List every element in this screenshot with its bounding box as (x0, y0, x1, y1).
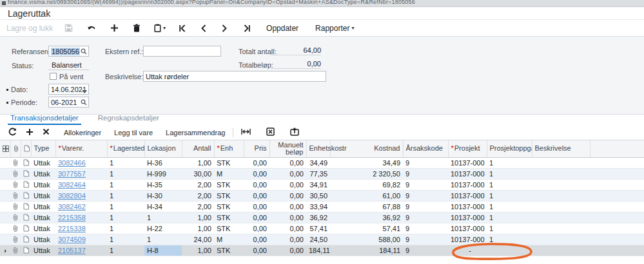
table-row[interactable]: ›Uttak21051371H-81,00STK0,000,00184,1118… (0, 245, 644, 256)
cell-enhetskost[interactable]: 77,35 (306, 168, 330, 179)
note-icon[interactable] (23, 159, 28, 166)
cell-enh[interactable]: STK (214, 157, 244, 168)
cell-filler[interactable] (590, 168, 644, 179)
cell-enhetskost[interactable]: 33,94 (306, 201, 330, 212)
cell-arsakskode[interactable]: 9 (403, 157, 448, 168)
cell-prosjekt[interactable]: 10137-000 (448, 190, 487, 201)
cell-varenr[interactable]: 3082804 (55, 190, 107, 201)
cell-filler[interactable] (590, 223, 644, 234)
cell-kostnad[interactable]: 61,00 (330, 190, 403, 201)
note-icon[interactable] (23, 225, 28, 232)
cell-attach[interactable] (10, 179, 21, 190)
cell-arsakskode[interactable]: 9 (403, 245, 448, 256)
cell-enhetskost[interactable]: 34,91 (306, 179, 330, 190)
cell-arsakskode[interactable]: 9 (403, 201, 448, 212)
cell-kostnad[interactable]: 36,92 (330, 212, 403, 223)
cell-kostnad[interactable]: 588,00 (330, 234, 403, 245)
cell-kostnad[interactable]: 67,88 (330, 201, 403, 212)
column-header-enh[interactable]: *Enh (214, 140, 244, 157)
cell-type[interactable]: Uttak (31, 234, 55, 245)
cell-prosjektoppgave[interactable] (487, 245, 532, 256)
cell-manuelt-belop[interactable]: 0,00 (269, 179, 306, 190)
table-row[interactable]: Uttak30745091124,00M0,000,0024,50588,009… (0, 234, 644, 245)
table-row[interactable]: Uttak22153381H-221,00STK0,000,0057,4157,… (0, 223, 644, 234)
rapporter-button[interactable]: Rapporter ▾ (311, 21, 358, 35)
cell-prosjekt[interactable]: 10137-000 (448, 168, 487, 179)
cell-manuelt-belop[interactable]: 0,00 (269, 190, 306, 201)
column-header-lokasjon[interactable]: Lokasjon (144, 140, 182, 157)
save-and-close-button[interactable]: Lagre og lukk (3, 21, 57, 35)
cell-lagersted[interactable]: 1 (107, 157, 144, 168)
table-row[interactable]: Uttak30775571H-99930,00M0,000,0077,352 3… (0, 168, 644, 179)
cell-gutter[interactable] (0, 157, 10, 168)
cell-pris[interactable]: 0,00 (244, 157, 269, 168)
allokeringer-button[interactable]: Allokeringer (59, 126, 106, 139)
cell-enh[interactable]: STK (214, 201, 244, 212)
cell-enh[interactable]: M (214, 234, 244, 245)
cell-prosjektoppgave[interactable]: 1 (487, 190, 532, 201)
add-row-button[interactable] (21, 126, 38, 139)
cell-prosjekt[interactable]: 10137-000 (448, 234, 487, 245)
cell-attach[interactable] (10, 190, 21, 201)
cell-lagersted[interactable]: 1 (107, 234, 144, 245)
cell-enh[interactable]: M (214, 168, 244, 179)
cell-enh[interactable]: STK (214, 212, 244, 223)
cell-beskrivelse[interactable] (532, 223, 590, 234)
cell-varenr[interactable]: 2215358 (55, 212, 107, 223)
table-row[interactable]: Uttak30824621H-342,00STK0,000,0033,9467,… (0, 201, 644, 212)
cell-enhetskost[interactable]: 184,11 (306, 245, 330, 256)
cell-varenr[interactable]: 2215338 (55, 223, 107, 234)
undo-button[interactable] (84, 21, 99, 35)
cell-prosjekt[interactable]: - (448, 245, 487, 256)
column-header-enhetskost[interactable]: Enhetskostr (306, 140, 330, 157)
delete-record-button[interactable] (130, 21, 143, 35)
varenr-link[interactable]: 3082464 (58, 181, 86, 189)
copy-paste-button[interactable]: ▾ (151, 21, 168, 35)
periode-input[interactable]: 06-2021 (48, 97, 89, 108)
cell-varenr[interactable]: 3074509 (55, 234, 107, 245)
note-icon[interactable] (23, 203, 28, 210)
cell-note[interactable] (21, 234, 31, 245)
varenr-link[interactable]: 3082466 (58, 159, 86, 167)
cell-kostnad[interactable]: 34,49 (330, 157, 403, 168)
varenr-link[interactable]: 2215338 (58, 225, 86, 232)
column-header-gutter[interactable] (0, 140, 10, 157)
cell-beskrivelse[interactable] (532, 168, 590, 179)
cell-lokasjon[interactable]: H-8 (144, 245, 182, 256)
cell-filler[interactable] (590, 179, 644, 190)
table-row[interactable]: Uttak30824641H-352,00STK0,000,0034,9169,… (0, 179, 644, 190)
cell-pris[interactable]: 0,00 (244, 190, 269, 201)
column-header-pris[interactable]: Pris (244, 140, 269, 157)
cell-pris[interactable]: 0,00 (244, 168, 269, 179)
cell-type[interactable]: Uttak (31, 201, 55, 212)
cell-prosjektoppgave[interactable]: 1 (487, 157, 532, 168)
refresh-button[interactable] (4, 126, 21, 139)
beskrivelse-input[interactable]: Uttak rørdeler (143, 71, 326, 82)
magnifier-icon[interactable] (81, 99, 87, 107)
cell-enh[interactable]: STK (214, 223, 244, 234)
cell-filler[interactable] (590, 157, 644, 168)
cell-lagersted[interactable]: 1 (107, 190, 144, 201)
cell-attach[interactable] (10, 201, 21, 212)
note-icon[interactable] (23, 170, 28, 177)
cell-enhetskost[interactable]: 30,50 (306, 190, 330, 201)
cell-enhetskost[interactable]: 34,49 (306, 157, 330, 168)
cell-note[interactable] (21, 201, 31, 212)
cell-antall[interactable]: 30,00 (182, 168, 214, 179)
cell-lagersted[interactable]: 1 (107, 168, 144, 179)
cell-note[interactable] (21, 157, 31, 168)
cell-note[interactable] (21, 179, 31, 190)
delete-row-button[interactable] (38, 126, 54, 139)
cell-lokasjon[interactable]: H-30 (144, 190, 182, 201)
column-header-type[interactable]: Type (31, 140, 55, 157)
cell-manuelt-belop[interactable]: 0,00 (269, 168, 306, 179)
magnifier-icon[interactable] (81, 48, 87, 56)
varenr-link[interactable]: 2105137 (58, 247, 86, 254)
cell-manuelt-belop[interactable]: 0,00 (269, 223, 306, 234)
cell-prosjekt[interactable]: 10137-000 (448, 212, 487, 223)
cell-enh[interactable]: STK (214, 190, 244, 201)
cell-note[interactable] (21, 168, 31, 179)
cell-filler[interactable] (590, 190, 644, 201)
referansenr-input[interactable]: 1805056 (48, 46, 89, 57)
note-icon[interactable] (23, 214, 28, 221)
